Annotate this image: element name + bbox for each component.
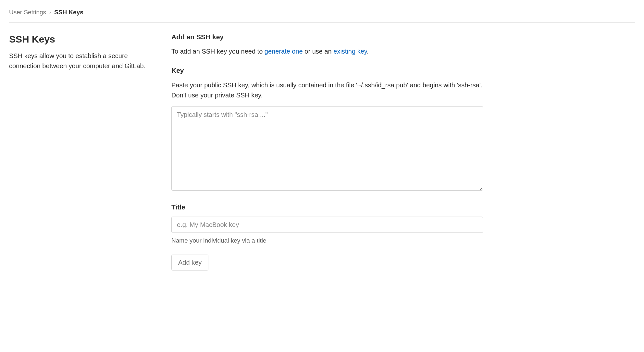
- breadcrumb-parent[interactable]: User Settings: [9, 8, 46, 17]
- key-field-help: Paste your public SSH key, which is usua…: [171, 80, 483, 100]
- breadcrumb: User Settings › SSH Keys: [9, 8, 635, 23]
- ssh-key-textarea[interactable]: [171, 106, 483, 191]
- key-field-label: Key: [171, 65, 483, 76]
- page-description: SSH keys allow you to establish a secure…: [9, 51, 158, 71]
- breadcrumb-current: SSH Keys: [54, 8, 83, 17]
- ssh-key-form: Add an SSH key To add an SSH key you nee…: [171, 32, 483, 270]
- intro-text-middle: or use an: [303, 48, 334, 55]
- page-title: SSH Keys: [9, 32, 158, 46]
- title-field-label: Title: [171, 202, 483, 212]
- chevron-right-icon: ›: [49, 9, 51, 16]
- add-key-button[interactable]: Add key: [171, 255, 208, 270]
- intro-text-prefix: To add an SSH key you need to: [171, 48, 265, 55]
- add-ssh-key-intro: To add an SSH key you need to generate o…: [171, 46, 483, 56]
- existing-key-link[interactable]: existing key: [333, 48, 367, 55]
- ssh-key-title-input[interactable]: [171, 217, 483, 233]
- generate-key-link[interactable]: generate one: [265, 48, 303, 55]
- intro-text-suffix: .: [367, 48, 369, 55]
- add-ssh-key-heading: Add an SSH key: [171, 32, 483, 42]
- settings-sidebar: SSH Keys SSH keys allow you to establish…: [9, 32, 158, 270]
- title-field-help: Name your individual key via a title: [171, 236, 483, 245]
